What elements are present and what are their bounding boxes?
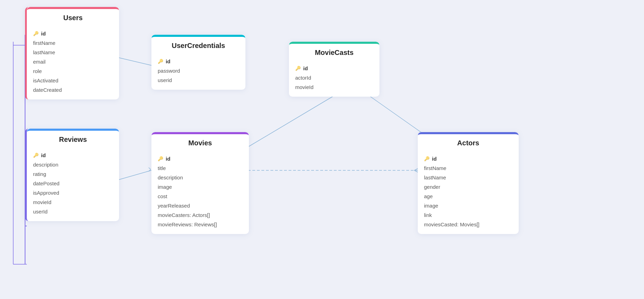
table-moviecasts-body: 🔑id actorId movieId xyxy=(289,61,379,97)
field-actors-age: age xyxy=(418,192,519,201)
svg-line-7 xyxy=(244,96,334,150)
table-usercredentials-header: UserCredentials xyxy=(151,35,245,54)
field-uc-password: password xyxy=(151,66,245,75)
field-actors-firstname: firstName xyxy=(418,163,519,173)
table-actors-header: Actors xyxy=(418,132,519,151)
table-reviews-body: 🔑id description rating datePosted isAppr… xyxy=(27,148,119,221)
field-actors-image: image xyxy=(418,201,519,210)
table-movies-header: Movies xyxy=(151,132,249,151)
table-users-body: 🔑id firstName lastName email role isActi… xyxy=(27,26,119,99)
field-reviews-movieid: movieId xyxy=(27,197,119,207)
field-movies-yearreleased: yearReleased xyxy=(151,201,249,210)
field-users-firstname: firstName xyxy=(27,38,119,48)
field-actors-gender: gender xyxy=(418,182,519,192)
field-users-lastname: lastName xyxy=(27,48,119,57)
field-movies-image: image xyxy=(151,182,249,192)
field-actors-id: 🔑id xyxy=(418,154,519,163)
field-mc-id: 🔑id xyxy=(289,64,379,73)
key-icon: 🔑 xyxy=(158,156,163,161)
field-actors-lastname: lastName xyxy=(418,173,519,182)
table-moviecasts[interactable]: MovieCasts 🔑id actorId movieId xyxy=(289,42,379,97)
field-mc-actorid: actorId xyxy=(289,73,379,82)
table-actors[interactable]: Actors 🔑id firstName lastName gender age… xyxy=(418,132,519,234)
field-reviews-rating: rating xyxy=(27,169,119,179)
table-movies[interactable]: Movies 🔑id title description image cost … xyxy=(151,132,249,234)
field-movies-description: description xyxy=(151,173,249,182)
field-movies-title: title xyxy=(151,163,249,173)
table-usercredentials[interactable]: UserCredentials 🔑id password userid xyxy=(151,35,245,90)
svg-line-5 xyxy=(149,169,151,171)
table-movies-body: 🔑id title description image cost yearRel… xyxy=(151,151,249,234)
key-icon: 🔑 xyxy=(424,156,430,161)
field-users-role: role xyxy=(27,66,119,76)
table-users-header: Users xyxy=(27,7,119,26)
field-movies-cost: cost xyxy=(151,192,249,201)
table-reviews[interactable]: Reviews 🔑id description rating datePoste… xyxy=(25,129,119,221)
field-mc-movieid: movieId xyxy=(289,82,379,92)
field-actors-link: link xyxy=(418,210,519,220)
key-icon: 🔑 xyxy=(33,31,39,36)
key-icon: 🔑 xyxy=(295,66,301,71)
field-reviews-dateposted: datePosted xyxy=(27,179,119,188)
svg-line-4 xyxy=(149,168,151,169)
field-users-isactivated: isActivated xyxy=(27,76,119,85)
field-reviews-userid: userId xyxy=(27,207,119,216)
field-movies-id: 🔑id xyxy=(151,154,249,163)
field-reviews-isapproved: isApproved xyxy=(27,188,119,197)
field-movies-moviereviews: movieReviews: Reviews[] xyxy=(151,220,249,229)
table-reviews-header: Reviews xyxy=(27,129,119,148)
table-actors-body: 🔑id firstName lastName gender age image … xyxy=(418,151,519,234)
key-icon: 🔑 xyxy=(158,59,163,64)
field-reviews-id: 🔑id xyxy=(27,151,119,160)
field-actors-moviescasted: moviesCasted: Movies[] xyxy=(418,220,519,229)
table-usercredentials-body: 🔑id password userid xyxy=(151,54,245,90)
field-uc-userid: userid xyxy=(151,75,245,85)
field-users-email: email xyxy=(27,57,119,66)
table-users[interactable]: Users 🔑id firstName lastName email role … xyxy=(25,7,119,99)
svg-line-14 xyxy=(414,170,418,172)
field-uc-id: 🔑id xyxy=(151,57,245,66)
table-moviecasts-header: MovieCasts xyxy=(289,42,379,61)
key-icon: 🔑 xyxy=(33,153,39,158)
svg-line-13 xyxy=(414,169,418,170)
diagram-canvas: Users 🔑id firstName lastName email role … xyxy=(0,0,644,299)
field-users-datecreated: dateCreated xyxy=(27,85,119,95)
field-reviews-description: description xyxy=(27,160,119,169)
field-movies-moviecasters: movieCasters: Actors[] xyxy=(151,210,249,220)
field-users-id: 🔑id xyxy=(27,29,119,38)
